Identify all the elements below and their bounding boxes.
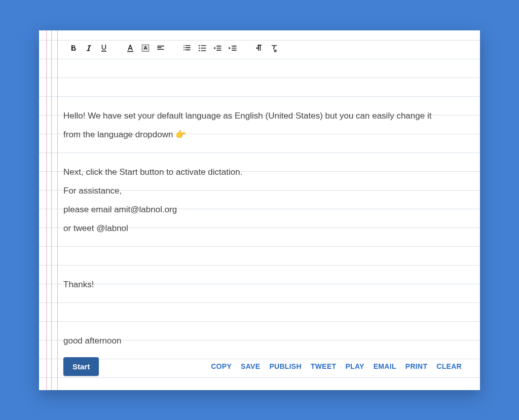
clear-action[interactable]: CLEAR [436, 362, 462, 370]
start-button[interactable]: Start [63, 357, 99, 376]
editor-line: Hello! We have set your default language… [63, 106, 475, 125]
editor-line: from the language dropdown 👉 [63, 125, 475, 144]
clear-format-icon [269, 43, 279, 53]
text-color-button[interactable] [124, 42, 136, 54]
underline-icon [99, 43, 109, 53]
highlight-icon [140, 43, 151, 53]
editor-paper: Hello! We have set your default language… [39, 30, 480, 390]
play-action[interactable]: PLAY [345, 362, 364, 370]
svg-point-1 [199, 47, 200, 49]
editor-line: Next, click the Start button to activate… [63, 163, 475, 181]
indent-button[interactable] [227, 42, 239, 54]
action-links: COPY SAVE PUBLISH TWEET PLAY EMAIL PRINT… [211, 362, 462, 370]
editor-line [63, 256, 475, 275]
tweet-action[interactable]: TWEET [311, 362, 337, 370]
print-action[interactable]: PRINT [405, 362, 428, 370]
svg-point-2 [199, 50, 200, 51]
editor-line: Thanks! [63, 275, 475, 294]
editor-line [63, 313, 475, 331]
highlight-button[interactable] [139, 42, 152, 54]
editor-line: or tweet @labnol [63, 219, 475, 238]
underline-button[interactable] [98, 42, 110, 54]
editor-line: good afternoon [63, 331, 475, 350]
italic-icon [84, 43, 94, 53]
save-action[interactable]: SAVE [241, 362, 260, 370]
text-direction-button[interactable] [253, 42, 265, 54]
bullet-list-button[interactable] [196, 42, 208, 54]
italic-button[interactable] [83, 42, 95, 54]
list-numbered-icon [182, 43, 192, 53]
text-color-icon [125, 43, 135, 53]
format-toolbar [39, 30, 480, 56]
bold-button[interactable] [67, 42, 80, 54]
publish-action[interactable]: PUBLISH [269, 362, 302, 370]
editor-line: please email amit@labnol.org [63, 200, 475, 219]
indent-icon [228, 43, 238, 53]
editor-line [63, 238, 475, 256]
svg-point-0 [199, 45, 200, 46]
copy-action[interactable]: COPY [211, 362, 232, 370]
clear-format-button[interactable] [268, 42, 280, 54]
editor-line [63, 294, 475, 313]
dictation-editor[interactable]: Hello! We have set your default language… [39, 56, 480, 350]
outdent-icon [212, 43, 223, 53]
list-bulleted-icon [197, 43, 207, 53]
numbered-list-button[interactable] [181, 42, 193, 54]
outdent-button[interactable] [211, 42, 224, 54]
bold-icon [68, 43, 79, 53]
editor-line: For assistance, [63, 181, 475, 200]
align-button[interactable] [155, 42, 167, 54]
editor-line [63, 144, 475, 163]
align-icon [156, 43, 166, 53]
direction-icon [254, 43, 264, 53]
email-action[interactable]: EMAIL [374, 362, 396, 370]
action-bar: Start COPY SAVE PUBLISH TWEET PLAY EMAIL… [63, 357, 462, 376]
